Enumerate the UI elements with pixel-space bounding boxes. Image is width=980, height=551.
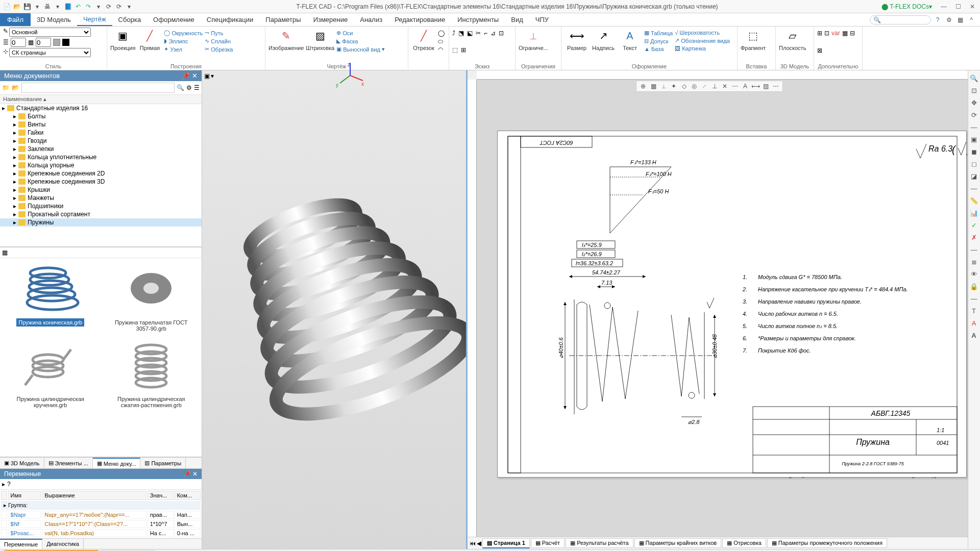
menu-drawing[interactable]: Чертёж xyxy=(77,13,112,26)
3d-viewport[interactable]: ▣▾ xyxy=(202,70,468,549)
qat-open-icon[interactable]: 📂 xyxy=(12,2,21,11)
close-panel-icon[interactable]: ✕ xyxy=(192,470,198,478)
menu-cnc[interactable]: ЧПУ xyxy=(529,13,555,26)
extra-icon[interactable]: ⊟ xyxy=(850,30,855,37)
ptab-nav-prev[interactable]: ◀ xyxy=(477,540,481,547)
trim-button[interactable]: ✂ Обрезка xyxy=(205,46,233,53)
sketch-icon1[interactable]: ◯ xyxy=(438,30,445,37)
btab-variables[interactable]: Переменные xyxy=(0,539,42,549)
qat-customize-icon[interactable]: ▾ xyxy=(125,2,134,11)
addin-icon[interactable]: ▦ xyxy=(955,15,965,24)
rt-check-icon[interactable]: ✓ xyxy=(968,219,979,231)
rt-font-icon[interactable]: A xyxy=(968,317,979,329)
filter-icon[interactable]: ⚙ xyxy=(186,84,192,91)
collapse-ribbon-icon[interactable]: ^ xyxy=(967,15,976,24)
rt-error-icon[interactable]: ✗ xyxy=(968,232,979,243)
dwg-grid-icon[interactable]: ▦ xyxy=(649,81,658,91)
btab-diagnostics[interactable]: Диагностика xyxy=(42,539,84,549)
plane-button[interactable]: ▱Плоскость xyxy=(779,28,806,51)
node-button[interactable]: ✦ Узел xyxy=(164,46,203,53)
ptab-calc[interactable]: ▦ Расчёт xyxy=(531,538,565,548)
tree-item[interactable]: ▸Гайки xyxy=(0,129,202,137)
image-button[interactable]: ✎Изображение xyxy=(268,28,304,51)
extview-button[interactable]: ▣ Выносной вид ▾ xyxy=(336,46,385,53)
qat-preview-icon[interactable]: ▾ xyxy=(53,2,62,11)
esk-icon[interactable]: ⌐ xyxy=(484,30,487,37)
btab-elements[interactable]: ▤ Элементы ... xyxy=(44,458,93,468)
var-row[interactable]: $NaprNapr_any==1?"любое":(Napr==...прав.… xyxy=(1,511,201,519)
menu-measure[interactable]: Измерение xyxy=(307,13,354,26)
rt-fit-icon[interactable]: ⊡ xyxy=(968,85,979,96)
hatch-input[interactable] xyxy=(36,38,51,47)
menu-assembly[interactable]: Сборка xyxy=(112,13,148,26)
tree-item[interactable]: ▸Пружины xyxy=(0,218,202,227)
qat-full-refresh-icon[interactable]: ⟳ xyxy=(114,2,124,11)
preview-disc-spring[interactable]: Пружина тарельчатая ГОСТ 3057-90.grb xyxy=(108,260,194,333)
hatch-icon[interactable]: ▦ xyxy=(28,39,34,46)
rt-shaded-icon[interactable]: ◼ xyxy=(968,146,979,157)
tree-search-input[interactable] xyxy=(21,83,175,93)
var-toolbtn[interactable]: ▸ xyxy=(2,481,5,488)
linewidth-input[interactable] xyxy=(11,38,26,47)
preview-compression-spring[interactable]: Пружина цилиндрическая сжатия-растяжения… xyxy=(108,337,194,409)
dwg-mid-icon[interactable]: ◇ xyxy=(679,81,689,91)
esk-icon[interactable]: ✂ xyxy=(476,30,481,37)
search-input[interactable]: 🔍 xyxy=(870,15,931,24)
menu-3dmodel[interactable]: 3D Модель xyxy=(31,13,77,26)
view3d-mode-icon[interactable]: ▣ xyxy=(204,72,210,80)
document-tree[interactable]: ▸Стандартные изделия 16 ▸Болты▸Винты▸Гай… xyxy=(0,104,202,247)
dwg-endpt-icon[interactable]: ✦ xyxy=(669,81,678,91)
menu-tools[interactable]: Инструменты xyxy=(451,13,505,26)
rt-section-icon[interactable]: ◪ xyxy=(968,170,979,182)
ptab-render[interactable]: ▦ Отрисовка xyxy=(722,538,766,548)
hatch-button[interactable]: ▨Штриховка xyxy=(306,28,334,51)
tree-item[interactable]: ▸Крепежные соединения 3D xyxy=(0,178,202,186)
preview-conical-spring[interactable]: Пружина коническая.grb xyxy=(7,260,94,333)
dwg-ext-icon[interactable]: ⋯ xyxy=(730,81,740,91)
dwg-more-icon[interactable]: ⋯ xyxy=(771,81,780,91)
chamfer-button[interactable]: ◣ Фаска xyxy=(336,38,385,44)
viewdesig-button[interactable]: ↗ Обозначение вида xyxy=(675,37,730,44)
esk-icon[interactable]: ⬕ xyxy=(467,30,473,37)
maximize-button[interactable]: ☐ xyxy=(952,1,964,12)
rt-bold-icon[interactable]: A xyxy=(968,330,979,341)
tree-item[interactable]: ▸Прокатный сортамент xyxy=(0,210,202,218)
close-panel-icon[interactable]: ✕ xyxy=(192,72,198,80)
rt-lock-icon[interactable]: 🔒 xyxy=(968,281,979,292)
preview-mode-icon[interactable]: ▦ xyxy=(2,249,8,256)
rt-zoom-icon[interactable]: 🔍 xyxy=(968,72,979,84)
menu-params[interactable]: Параметры xyxy=(259,13,307,26)
tree-item[interactable]: ▸Болты xyxy=(0,112,202,120)
projection-button[interactable]: ▣Проекция xyxy=(110,28,135,51)
open-folder-icon[interactable]: 📂 xyxy=(12,84,19,91)
style-select[interactable]: Основной xyxy=(9,28,91,37)
ellipse-button[interactable]: ◗ Эллипс xyxy=(164,38,203,44)
extra-icon[interactable]: ▦ xyxy=(842,30,848,37)
btab-docmenu[interactable]: ▦ Меню доку... xyxy=(93,458,141,468)
axes-button[interactable]: ⊕ Оси xyxy=(336,30,385,36)
circle-button[interactable]: ◯ Окружность xyxy=(164,30,203,36)
sketch-icon2[interactable]: ⬭ xyxy=(438,38,445,45)
ptab-intermediate[interactable]: ▦ Параметры промежуточного положения xyxy=(767,538,887,548)
rt-wireframe-icon[interactable]: ▣ xyxy=(968,134,979,145)
ptab-results[interactable]: ▦ Результаты расчёта xyxy=(566,538,633,548)
qat-print-icon[interactable]: 🖶 xyxy=(43,2,52,11)
var-row[interactable]: $NfClass==1?"1*10^7":(Class==2?...1*10^7… xyxy=(1,520,201,528)
extra-icon[interactable]: ⊠ xyxy=(817,47,822,54)
extra-var-icon[interactable]: var xyxy=(831,30,840,37)
preview-torsion-spring[interactable]: Пружина цилиндрическая кручения.grb xyxy=(7,337,94,409)
search-icon[interactable]: 🔍 xyxy=(177,84,184,91)
settings-icon[interactable]: ⚙ xyxy=(944,15,953,24)
pin-icon[interactable]: 📌 xyxy=(183,470,191,478)
esk-icon[interactable]: ⬚ xyxy=(452,46,458,54)
tree-item[interactable]: ▸Манжеты xyxy=(0,194,202,202)
extra-icon[interactable]: ⊞ xyxy=(817,30,822,37)
qat-saveas-icon[interactable]: ▾ xyxy=(33,2,42,11)
ptab-nav-first[interactable]: ⏮ xyxy=(470,540,476,547)
tree-item[interactable]: ▸Кольца уплотнительные xyxy=(0,153,202,161)
tflex-docs-button[interactable]: ⬤ T-FLEX DOCs▾ xyxy=(878,3,935,10)
dwg-dim-icon[interactable]: ⟷ xyxy=(751,81,760,91)
spline-button[interactable]: ∿ Сплайн xyxy=(205,38,233,44)
rt-visibility-icon[interactable]: 👁 xyxy=(968,268,979,280)
ptab-page1[interactable]: ▤ Страница 1 xyxy=(482,538,530,548)
